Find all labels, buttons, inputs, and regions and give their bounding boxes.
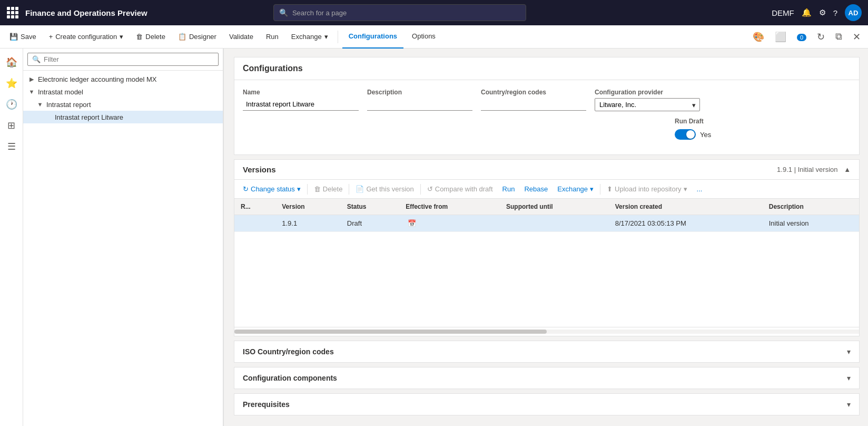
versions-badge-area: 1.9.1 | Initial version ▲	[777, 166, 851, 173]
search-input[interactable]	[292, 9, 520, 17]
versions-table-scroll[interactable]: R... Version Status Effective from Suppo…	[234, 199, 859, 327]
nav-filter-input-wrapper: 🔍	[27, 53, 219, 66]
versions-exchange-button[interactable]: Exchange ▾	[553, 183, 598, 195]
collapsible-config-components-chevron: ▾	[847, 374, 851, 382]
tab-options[interactable]: Options	[406, 25, 442, 49]
collapsible-iso-header[interactable]: ISO Country/region codes ▾	[234, 341, 859, 362]
name-label: Name	[243, 89, 359, 96]
cell-description: Initial version	[763, 215, 859, 232]
rebase-button[interactable]: Rebase	[520, 183, 552, 195]
versions-table: R... Version Status Effective from Suppo…	[234, 199, 859, 232]
notification-icon[interactable]: 🔔	[802, 8, 812, 17]
nav-filter-input[interactable]	[44, 55, 214, 63]
sidebar-item-history[interactable]: 🕐	[2, 95, 21, 114]
settings-icon[interactable]: ⚙	[819, 8, 826, 17]
cell-r	[234, 215, 275, 232]
tree-item-electronic-ledger[interactable]: ▶ Electronic ledger accounting model MX	[23, 73, 223, 85]
sidebar-item-favorites[interactable]: ⭐	[2, 74, 21, 93]
upload-icon: ⬆	[607, 185, 613, 193]
versions-toolbar-sep-1	[307, 184, 308, 195]
horizontal-scrollbar[interactable]	[234, 330, 859, 334]
versions-run-button[interactable]: Run	[498, 183, 519, 195]
versions-delete-button[interactable]: 🗑 Delete	[310, 183, 347, 195]
configurations-card-body: Name Description Country/region codes Co…	[234, 80, 859, 154]
versions-collapse-icon[interactable]: ▲	[844, 166, 851, 173]
create-configuration-button[interactable]: + Create configuration ▾	[44, 27, 129, 46]
user-location: DEMF	[772, 8, 794, 17]
col-status: Status	[341, 199, 399, 215]
sidebar-item-workspaces[interactable]: ⊞	[2, 116, 21, 135]
new-window-icon[interactable]: ⧉	[832, 29, 845, 44]
versions-header: Versions 1.9.1 | Initial version ▲	[234, 160, 859, 180]
designer-button[interactable]: 📋 Designer	[173, 27, 222, 46]
versions-table-head: R... Version Status Effective from Suppo…	[234, 199, 859, 215]
versions-badge-number: 1.9.1	[777, 166, 792, 173]
versions-badge-label: Initial version	[798, 166, 838, 173]
tree-toggle-icon: ▶	[27, 75, 36, 83]
sidebar-item-modules[interactable]: ☰	[2, 137, 21, 156]
sidebar-item-home[interactable]: 🏠	[2, 53, 21, 72]
config-provider-select[interactable]: Litware, Inc.	[595, 98, 700, 111]
calendar-icon[interactable]: 📅	[408, 219, 416, 227]
collapsible-prerequisites-header[interactable]: Prerequisites ▾	[234, 394, 859, 415]
collapsible-config-components-header[interactable]: Configuration components ▾	[234, 367, 859, 389]
form-row-2: Run Draft Yes	[243, 118, 851, 140]
validate-button[interactable]: Validate	[224, 27, 259, 46]
run-draft-field: Run Draft Yes	[675, 118, 711, 140]
tree-item-intrastat-report[interactable]: ▼ Intrastat report	[23, 98, 223, 111]
cmd-separator	[338, 31, 338, 43]
get-this-version-button[interactable]: 📄 Get this version	[351, 183, 418, 195]
personalize-icon[interactable]: 🎨	[749, 29, 767, 45]
versions-toolbar-sep-2	[349, 184, 349, 195]
description-input[interactable]	[367, 98, 472, 111]
toggle-thumb	[686, 130, 695, 139]
close-icon[interactable]: ✕	[850, 29, 864, 45]
tab-configurations[interactable]: Configurations	[342, 25, 403, 49]
upload-into-repo-button[interactable]: ⬆ Upload into repository ▾	[603, 183, 691, 195]
badge-icon[interactable]: 0	[794, 29, 810, 44]
run-draft-value: Yes	[700, 131, 711, 139]
tree-item-intrastat-report-litware[interactable]: Intrastat report Litware	[23, 111, 223, 123]
panel-icon[interactable]: ⬜	[772, 29, 790, 45]
top-bar: Finance and Operations Preview 🔍 DEMF 🔔 …	[0, 0, 868, 25]
search-bar[interactable]: 🔍	[273, 4, 526, 21]
table-row[interactable]: 1.9.1 Draft 📅 8/17/2021 03:05:13 PM Init…	[234, 215, 859, 232]
nav-tree: 🔍 ▶ Electronic ledger accounting model M…	[23, 49, 223, 426]
configurations-card-header: Configurations	[234, 57, 859, 80]
col-description: Description	[763, 199, 859, 215]
grid-menu-button[interactable]	[6, 6, 19, 19]
tree-toggle-icon: ▼	[27, 88, 36, 96]
more-button[interactable]: ...	[693, 183, 707, 195]
refresh-icon[interactable]: ↻	[814, 29, 828, 45]
get-version-icon: 📄	[356, 185, 364, 193]
cell-supported-until	[500, 215, 609, 232]
content-area: Configurations Name Description Country/…	[225, 49, 868, 426]
collapsible-prerequisites: Prerequisites ▾	[234, 393, 860, 415]
exchange-button[interactable]: Exchange ▾	[286, 27, 333, 46]
versions-title: Versions	[243, 165, 276, 174]
nav-filter-area: 🔍	[23, 49, 223, 71]
delete-icon: 🗑	[314, 185, 321, 193]
save-button[interactable]: 💾 Save	[4, 27, 42, 46]
collapsible-iso: ISO Country/region codes ▾	[234, 341, 860, 363]
run-button[interactable]: Run	[261, 27, 284, 46]
versions-toolbar-sep-3	[420, 184, 421, 195]
cell-effective-from: 📅	[399, 215, 500, 232]
delete-button[interactable]: 🗑 Delete	[131, 27, 171, 46]
country-region-label: Country/region codes	[481, 89, 586, 96]
compare-icon: ↺	[427, 185, 433, 193]
run-draft-label: Run Draft	[675, 118, 711, 125]
user-avatar[interactable]: AD	[845, 4, 862, 21]
compare-with-draft-button[interactable]: ↺ Compare with draft	[423, 183, 497, 195]
change-status-button[interactable]: ↻ Change status ▾	[239, 183, 305, 195]
tree-item-intrastat-model[interactable]: ▼ Intrastat model	[23, 85, 223, 98]
tree-toggle-icon: ▼	[36, 100, 44, 109]
collapsible-config-components-title: Configuration components	[243, 374, 337, 382]
save-icon: 💾	[9, 33, 18, 41]
name-input[interactable]	[243, 98, 359, 111]
versions-table-header-row: R... Version Status Effective from Suppo…	[234, 199, 859, 215]
run-draft-toggle[interactable]	[675, 129, 696, 140]
help-icon[interactable]: ?	[833, 8, 837, 17]
cell-version: 1.9.1	[275, 215, 341, 232]
country-region-input[interactable]	[481, 98, 586, 111]
